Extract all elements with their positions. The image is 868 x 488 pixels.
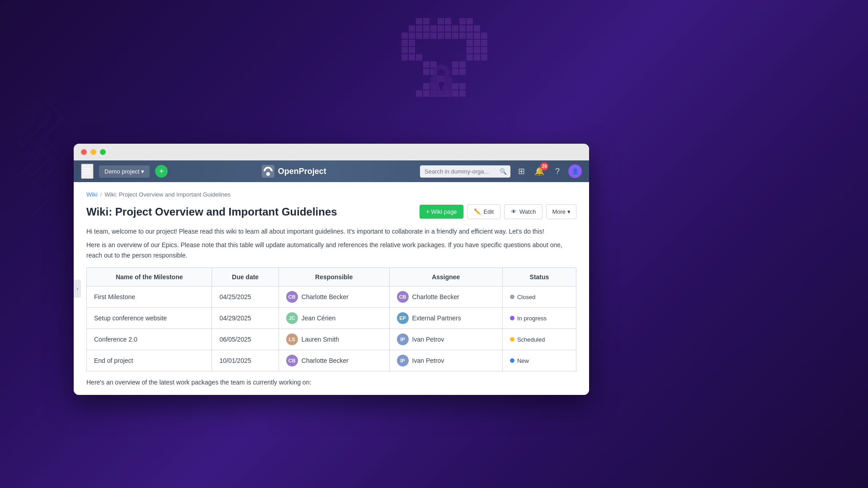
more-button-label: More	[552, 208, 566, 215]
svg-rect-41	[467, 54, 473, 61]
svg-rect-31	[474, 40, 480, 46]
status-label: In progress	[517, 315, 547, 322]
svg-rect-42	[474, 54, 480, 61]
svg-rect-3	[445, 18, 451, 24]
sidebar-toggle-button[interactable]: ›	[74, 280, 81, 298]
cell-milestone-name: Setup conference website	[87, 308, 212, 329]
window-minimize-dot[interactable]	[90, 149, 96, 155]
svg-rect-59	[423, 90, 429, 97]
cell-due-date: 10/01/2025	[212, 350, 278, 371]
global-search-input[interactable]	[420, 165, 510, 178]
window-close-dot[interactable]	[81, 149, 87, 155]
svg-rect-38	[401, 54, 408, 61]
svg-rect-29	[409, 40, 415, 46]
svg-rect-68	[440, 84, 443, 90]
search-wrapper: 🔍	[420, 165, 510, 178]
svg-rect-10	[438, 25, 444, 32]
hamburger-menu-button[interactable]: ☰	[81, 164, 94, 179]
cell-due-date: 04/25/2025	[212, 286, 278, 308]
cell-milestone-name: First Milestone	[87, 286, 212, 308]
svg-rect-14	[467, 25, 473, 32]
status-label: New	[517, 357, 529, 364]
svg-rect-53	[423, 83, 429, 89]
responsible-name: Lauren Smith	[302, 336, 339, 343]
svg-rect-36	[474, 47, 480, 53]
svg-rect-30	[467, 40, 473, 46]
svg-rect-40	[416, 54, 422, 61]
cell-assignee: IP Ivan Petrov	[389, 350, 502, 371]
svg-rect-26	[474, 33, 480, 39]
table-row[interactable]: End of project 10/01/2025 CB Charlotte B…	[87, 350, 576, 371]
responsible-avatar: CB	[286, 355, 298, 366]
svg-rect-22	[445, 33, 451, 39]
assignee-avatar: IP	[397, 333, 409, 345]
svg-rect-13	[459, 25, 466, 32]
eye-icon: 👁	[511, 208, 517, 215]
cell-assignee: IP Ivan Petrov	[389, 329, 502, 350]
svg-rect-11	[445, 25, 451, 32]
grid-view-button[interactable]: ⊞	[514, 164, 528, 178]
svg-rect-6	[409, 25, 415, 32]
col-header-duedate: Due date	[212, 268, 278, 286]
wiki-page-button[interactable]: + Wiki page	[420, 205, 463, 219]
svg-rect-44	[423, 61, 429, 68]
help-button[interactable]: ?	[550, 164, 565, 178]
edit-button[interactable]: ✏️ Edit	[467, 204, 500, 219]
wiki-page-button-label: + Wiki page	[426, 208, 457, 215]
new-item-button[interactable]: +	[155, 165, 168, 178]
status-dot-icon	[510, 358, 514, 363]
svg-rect-48	[423, 69, 429, 75]
svg-rect-4	[459, 18, 466, 24]
responsible-avatar: CB	[286, 291, 298, 303]
assignee-name: Ivan Petrov	[412, 357, 444, 364]
project-name-label: Demo project	[104, 168, 139, 175]
search-icon: 🔍	[500, 168, 507, 175]
responsible-avatar: LS	[286, 333, 298, 345]
assignee-avatar: EP	[397, 312, 409, 324]
cell-assignee: EP External Partners	[389, 308, 502, 329]
svg-rect-25	[467, 33, 473, 39]
bottom-description-text: Here's an overview of the latest work pa…	[86, 379, 576, 386]
svg-rect-32	[481, 40, 487, 46]
assignee-name: Charlotte Becker	[412, 293, 459, 300]
table-row[interactable]: First Milestone 04/25/2025 CB Charlotte …	[87, 286, 576, 308]
svg-rect-52	[459, 69, 466, 75]
breadcrumb-separator: /	[100, 191, 102, 198]
window-maximize-dot[interactable]	[100, 149, 106, 155]
svg-rect-1	[423, 18, 429, 24]
milestone-table: Name of the Milestone Due date Responsib…	[86, 267, 576, 371]
page-title: Wiki: Project Overview and Important Gui…	[86, 206, 337, 218]
breadcrumb-wiki-link[interactable]: Wiki	[86, 191, 98, 198]
svg-rect-63	[452, 90, 458, 97]
logo-text: OpenProject	[278, 167, 326, 176]
status-dot-icon	[510, 337, 514, 342]
breadcrumb: Wiki / Wiki: Project Overview and Import…	[86, 191, 576, 198]
cell-status: Scheduled	[502, 329, 576, 350]
svg-rect-2	[438, 18, 444, 24]
svg-rect-57	[459, 83, 466, 89]
pixel-art-decoration	[344, 14, 524, 142]
svg-rect-0	[416, 18, 422, 24]
description-text-2: Here is an overview of our Epics. Please…	[86, 240, 576, 260]
assignee-avatar: CB	[397, 291, 409, 303]
cell-responsible: CB Charlotte Becker	[278, 350, 389, 371]
more-button[interactable]: More ▾	[546, 204, 576, 219]
table-row[interactable]: Setup conference website 04/29/2025 JC J…	[87, 308, 576, 329]
svg-rect-16	[401, 33, 408, 39]
svg-rect-21	[438, 33, 444, 39]
dropdown-chevron-icon: ▾	[141, 168, 144, 175]
page-header: Wiki: Project Overview and Important Gui…	[86, 204, 576, 219]
col-header-assignee: Assignee	[389, 268, 502, 286]
svg-rect-43	[481, 54, 487, 61]
cell-status: New	[502, 350, 576, 371]
status-dot-icon	[510, 295, 514, 299]
table-row[interactable]: Conference 2.0 06/05/2025 LS Lauren Smit…	[87, 329, 576, 350]
svg-rect-28	[401, 40, 408, 46]
watch-button[interactable]: 👁 Watch	[504, 204, 542, 219]
project-selector-button[interactable]: Demo project ▾	[99, 165, 150, 178]
user-avatar[interactable]: 👤	[568, 164, 582, 178]
page-actions: + Wiki page ✏️ Edit 👁 Watch More ▾	[420, 204, 576, 219]
svg-rect-46	[452, 61, 458, 68]
svg-rect-23	[452, 33, 458, 39]
window-chrome	[74, 144, 589, 160]
